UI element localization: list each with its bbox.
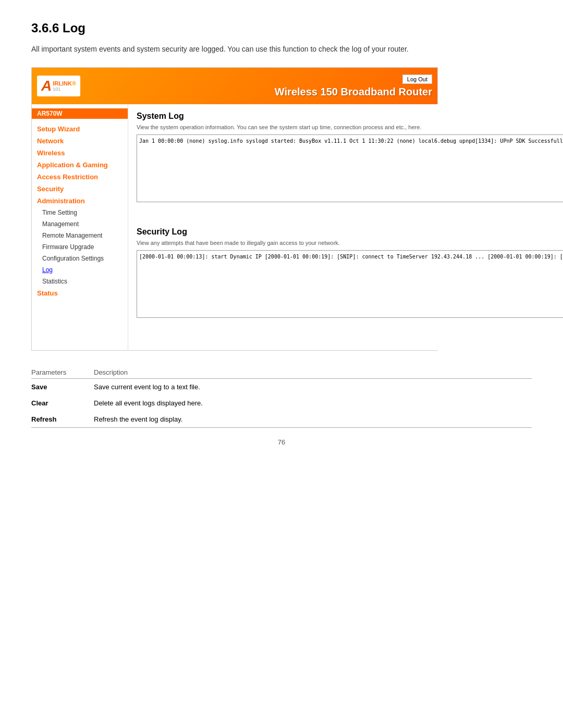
logo-area: A IRLINK® 101: [37, 76, 80, 96]
logo-box: A IRLINK® 101: [37, 76, 80, 96]
param-clear-desc: Delete all event logs displayed here.: [94, 395, 532, 411]
page-footer: 76: [31, 438, 532, 446]
router-body: AR570W Setup Wizard Network Wireless App…: [32, 104, 437, 350]
security-log-content: [2000-01-01 00:00:13]: start Dynamic IP …: [139, 254, 563, 260]
sidebar-item-firmware-upgrade[interactable]: Firmware Upgrade: [32, 241, 128, 253]
sidebar-item-config-settings[interactable]: Configuration Settings: [32, 253, 128, 264]
param-save-label: Save: [31, 379, 94, 396]
intro-text: All important system events and system s…: [31, 44, 448, 55]
param-clear-label: Clear: [31, 395, 94, 411]
main-content: System Log View the system operation inf…: [128, 104, 563, 350]
sidebar-item-security[interactable]: Security: [32, 183, 128, 195]
system-log-content: Jan 1 00:00:00 (none) syslog.info syslog…: [139, 138, 563, 144]
sidebar-item-remote-management[interactable]: Remote Management: [32, 230, 128, 241]
sidebar-item-network[interactable]: Network: [32, 135, 128, 147]
sidebar-item-statistics[interactable]: Statistics: [32, 276, 128, 287]
sidebar-model: AR570W: [32, 108, 128, 119]
security-log-title: Security Log: [137, 227, 563, 237]
table-row: Clear Delete all event logs displayed he…: [31, 395, 532, 411]
system-log-desc: View the system operation information. Y…: [137, 124, 563, 130]
system-log-title: System Log: [137, 112, 563, 121]
security-log-box[interactable]: [2000-01-01 00:00:13]: start Dynamic IP …: [137, 250, 563, 318]
router-header: A IRLINK® 101 Log Out Wireless 150 Broad…: [32, 68, 437, 104]
sidebar: AR570W Setup Wizard Network Wireless App…: [32, 104, 128, 350]
system-log-box[interactable]: Jan 1 00:00:00 (none) syslog.info syslog…: [137, 134, 563, 202]
param-save-desc: Save current event log to a text file.: [94, 379, 532, 396]
parameters-table: Parameters Description Save Save current…: [31, 366, 532, 428]
page-title: 3.6.6 Log: [31, 21, 532, 35]
header-right: Log Out Wireless 150 Broadband Router: [275, 75, 432, 98]
sidebar-item-time-setting[interactable]: Time Setting: [32, 207, 128, 218]
sidebar-item-setup-wizard[interactable]: Setup Wizard: [32, 123, 128, 135]
desc-col-header: Description: [94, 366, 532, 379]
sidebar-item-management[interactable]: Management: [32, 218, 128, 230]
logo-brand: IRLINK®: [53, 81, 76, 87]
table-row: Refresh Refresh the event log display.: [31, 411, 532, 428]
logo-sub: 101: [53, 87, 76, 92]
sidebar-item-access-restriction[interactable]: Access Restriction: [32, 171, 128, 183]
sidebar-item-log[interactable]: Log: [32, 264, 128, 276]
logout-button[interactable]: Log Out: [402, 75, 432, 84]
router-ui: A IRLINK® 101 Log Out Wireless 150 Broad…: [31, 67, 438, 351]
sidebar-item-status[interactable]: Status: [32, 287, 128, 299]
sidebar-item-wireless[interactable]: Wireless: [32, 147, 128, 159]
security-log-buttons: Save Clear Refresh: [137, 322, 563, 334]
param-refresh-label: Refresh: [31, 411, 94, 428]
logo-a-letter: A: [41, 78, 52, 94]
system-log-buttons: Save Clear Refresh: [137, 206, 563, 218]
sidebar-item-app-gaming[interactable]: Application & Gaming: [32, 159, 128, 171]
param-refresh-desc: Refresh the event log display.: [94, 411, 532, 428]
params-col-header: Parameters: [31, 366, 94, 379]
sidebar-item-administration[interactable]: Administration: [32, 195, 128, 207]
table-row: Save Save current event log to a text fi…: [31, 379, 532, 396]
router-title: Wireless 150 Broadband Router: [275, 86, 432, 98]
security-log-desc: View any attempts that have been made to…: [137, 240, 563, 246]
page-number: 76: [278, 438, 285, 446]
